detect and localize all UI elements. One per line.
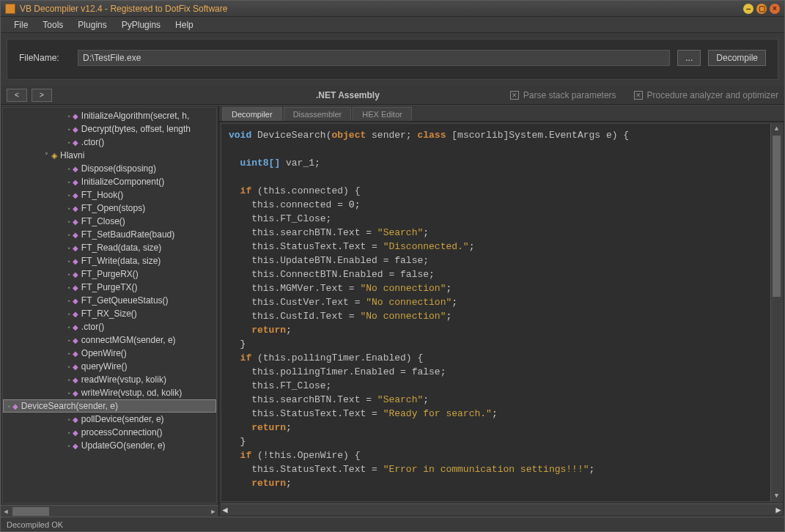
bullet-icon: ▪ [68,363,70,370]
tree-row[interactable]: ▪◆Dispose(disposing) [3,162,216,175]
tree-hscrollbar[interactable]: ◄ ► [1,505,218,517]
bullet-icon: ▪ [68,179,70,185]
checkbox-icon: ✕ [634,91,643,100]
method-icon: ◆ [73,257,78,265]
right-pane: Decompiler Disassembler HEX Editor void … [219,106,784,517]
scroll-down-icon[interactable]: ▼ [771,491,782,501]
bullet-icon: ▪ [68,192,70,199]
method-icon: ◆ [73,178,78,186]
filename-input[interactable]: D:\TestFile.exe [78,50,670,66]
tab-hex-editor[interactable]: HEX Editor [353,107,411,121]
close-button[interactable]: × [770,4,780,14]
method-icon: ◆ [73,297,78,305]
method-icon: ◆ [73,442,78,450]
tree-row[interactable]: ▪◆writeWire(vstup, od, kolik) [3,386,216,399]
nav-forward-button[interactable]: > [32,89,52,102]
tree-row[interactable]: ▪◆Decrypt(bytes, offset, length [3,122,216,136]
tree-row[interactable]: ▪◆InitializeComponent() [3,175,216,188]
scroll-left-icon[interactable]: ◄ [1,506,11,517]
tree-item-label: .ctor() [81,322,104,332]
tree-item-label: FT_SetBaudRate(baud) [81,229,174,240]
tree-row[interactable]: ▪◆FT_PurgeRX() [3,267,216,281]
tree-row[interactable]: ▪◆FT_Open(stops) [3,202,216,215]
tree-item-label: FT_Open(stops) [81,203,145,213]
parse-stack-checkbox[interactable]: ✕ Parse stack parameters [510,90,616,100]
menu-pyplugins[interactable]: PyPlugins [114,18,168,32]
tab-disassembler[interactable]: Disassembler [284,107,352,121]
app-icon [5,4,15,14]
tree-row[interactable]: ▪◆FT_SetBaudRate(baud) [3,228,216,241]
method-icon: ◆ [73,204,78,213]
window-title: VB Decompiler v12.4 - Registered to DotF… [20,4,740,14]
method-icon: ◆ [73,376,78,384]
tree-row[interactable]: ▪◆FT_Hook() [3,188,216,202]
tree-row[interactable]: ▪◆queryWire() [3,360,216,373]
tree-row[interactable]: ˅◈Hlavni [3,149,216,162]
restore-button[interactable]: ▢ [756,4,767,14]
assembly-label: .NET Assembly [56,90,493,100]
tree-row[interactable]: ▪◆InitializeAlgorithm(secret, h, [3,109,216,122]
collapse-icon[interactable]: ˅ [41,152,51,160]
bullet-icon: ▪ [68,324,70,330]
method-icon: ◆ [73,138,78,147]
menu-file[interactable]: File [7,18,35,32]
bullet-icon: ▪ [68,350,70,357]
code-area[interactable]: void DeviceSearch(object sender; class [… [221,123,783,502]
scroll-left-icon[interactable]: ◄ [221,505,229,515]
tree-row[interactable]: ▪◆pollDevice(sender, e) [3,413,216,426]
browse-button[interactable]: ... [677,50,701,66]
tree-item-label: InitializeComponent() [81,177,164,187]
tree-row[interactable]: ▪◆FT_PurgeTX() [3,281,216,294]
method-icon: ◆ [73,112,78,120]
menu-help[interactable]: Help [168,18,201,32]
tree-row[interactable]: ▪◆OpenWire() [3,347,216,360]
tree-row[interactable]: ▪◆FT_Write(data, size) [3,254,216,267]
tree-row[interactable]: ▪◆.ctor() [3,320,216,333]
analyzer-checkbox[interactable]: ✕ Procedure analyzer and optimizer [634,90,778,100]
tree-row[interactable]: ▪◆.ctor() [3,136,216,149]
tree-item-label: OpenWire() [81,348,127,358]
scroll-right-icon[interactable]: ► [208,506,218,517]
tree-item-label: connectMGM(sender, e) [81,335,176,345]
tree-item-label: Decrypt(bytes, offset, length [81,124,191,134]
scroll-right-icon[interactable]: ► [774,505,783,515]
bullet-icon: ▪ [68,139,70,146]
bullet-icon: ▪ [68,284,70,291]
tree-row[interactable]: ▪◆FT_Read(data, size) [3,241,216,254]
tree-row[interactable]: ▪◆processConnection() [3,426,216,439]
tree-item-label: processConnection() [81,427,163,437]
method-icon: ◆ [73,125,78,133]
filename-label: FileName: [19,53,70,63]
code-hscrollbar[interactable]: ◄ ► [221,503,783,515]
tree-item-label: Dispose(disposing) [81,163,156,174]
menu-plugins[interactable]: Plugins [70,18,114,32]
minimize-button[interactable]: ‒ [743,4,753,14]
tab-decompiler[interactable]: Decompiler [222,107,282,121]
tree-row[interactable]: ▪◆FT_Close() [3,215,216,228]
method-icon: ◆ [73,218,78,226]
tree-item-label: writeWire(vstup, od, kolik) [81,388,182,398]
bullet-icon: ▪ [68,271,70,278]
menu-tools[interactable]: Tools [35,18,70,32]
tree-row[interactable]: ▪◆FT_RX_Size() [3,307,216,320]
scroll-thumb[interactable] [12,507,49,516]
navbar: < > .NET Assembly ✕ Parse stack paramete… [1,86,784,105]
tree-row[interactable]: ▪◆readWire(vstup, kolik) [3,373,216,386]
tree-row[interactable]: ▪◆UpdateGO(sender, e) [3,439,216,452]
bullet-icon: ▪ [68,232,70,238]
decompile-button[interactable]: Decompile [708,50,766,66]
tree-scroll[interactable]: ▪◆InitializeAlgorithm(secret, h,▪◆Decryp… [2,107,217,503]
scroll-up-icon[interactable]: ▲ [771,124,782,134]
nav-back-button[interactable]: < [7,89,27,102]
tree-row[interactable]: ▪◆FT_GetQueueStatus() [3,294,216,307]
tree-item-label: FT_RX_Size() [81,309,137,319]
tree-row[interactable]: ▪◆DeviceSearch(sender, e) [3,399,216,413]
code-vscrollbar[interactable]: ▲▼ [770,124,782,501]
tree-row[interactable]: ▪◆connectMGM(sender, e) [3,333,216,347]
status-bar: Decompiled OK [1,517,784,531]
method-icon: ◆ [12,402,18,410]
parse-stack-label: Parse stack parameters [523,90,616,100]
scroll-thumb[interactable] [773,136,781,297]
bullet-icon: ▪ [68,429,70,436]
method-icon: ◆ [73,415,78,424]
